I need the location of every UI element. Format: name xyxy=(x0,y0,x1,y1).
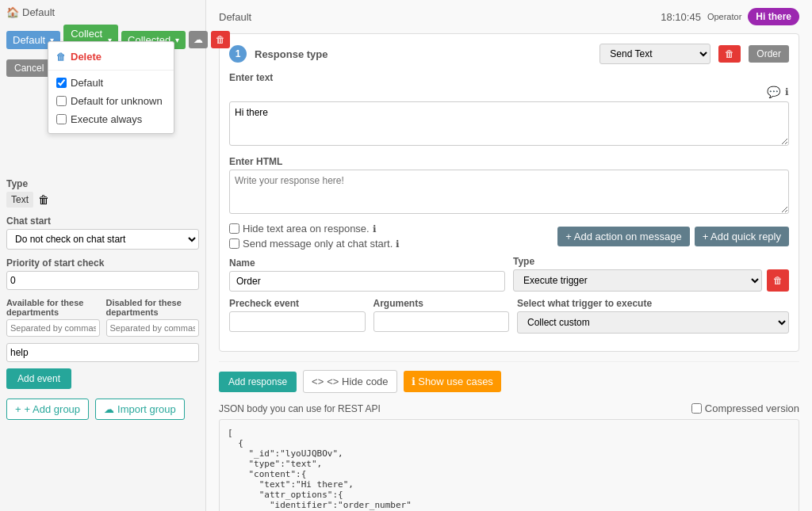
bottom-action-row: Add response <> <> Hide code ℹ Show use … xyxy=(219,370,799,393)
disabled-dept-label: Disabled for these departments xyxy=(106,298,200,317)
send-message-checkbox[interactable] xyxy=(229,238,239,249)
add-group-icon: + xyxy=(15,403,21,415)
hide-info-icon: ℹ xyxy=(373,223,377,235)
timestamp: 18:10:45 xyxy=(661,11,701,23)
hide-code-button[interactable]: <> <> Hide code xyxy=(303,370,397,393)
enter-text-area[interactable] xyxy=(229,101,789,146)
left-panel: 🏠 Default Default ▾ Collect custom ▾ Col… xyxy=(0,0,206,511)
dropdown-divider xyxy=(48,70,174,71)
send-info-icon: ℹ xyxy=(396,238,400,250)
priority-input[interactable] xyxy=(6,271,199,290)
enter-html-area[interactable] xyxy=(229,170,789,214)
add-quick-reply-button[interactable]: + Add quick reply xyxy=(695,227,789,246)
add-response-button[interactable]: Add response xyxy=(219,372,297,392)
chat-icon: 💬 xyxy=(767,86,780,98)
cancel-button[interactable]: Cancel xyxy=(6,59,52,77)
type-value: Text xyxy=(6,192,33,208)
add-group-button[interactable]: + + Add group xyxy=(6,399,89,420)
tag-input[interactable] xyxy=(6,343,199,362)
code-icon: <> xyxy=(312,376,324,387)
page-header: Default 18:10:45 Operator Hi there xyxy=(219,8,799,25)
enter-text-label: Enter text xyxy=(229,72,789,83)
precheck-input[interactable] xyxy=(229,311,366,332)
trigger-col: Select what trigger to execute Collect c… xyxy=(517,298,789,334)
dropdown-delete-item[interactable]: 🗑 Delete xyxy=(48,47,174,67)
priority-section: Priority of start check xyxy=(6,257,199,290)
chevron-down-icon: ▾ xyxy=(175,36,179,44)
response-card: 1 Response type Send Text 🗑 Order Enter … xyxy=(219,33,799,352)
priority-label: Priority of start check xyxy=(6,257,199,269)
json-content: [ { "_id":"lyoUJQBOv", "type":"text", "c… xyxy=(219,419,799,511)
breadcrumb-text: Default xyxy=(22,6,55,18)
disabled-dept-input[interactable] xyxy=(106,319,200,337)
arguments-input[interactable] xyxy=(373,311,510,332)
cloud-icon: ☁ xyxy=(104,403,114,415)
response-type-label: Response type xyxy=(255,48,592,60)
type-col: Type Execute trigger 🗑 xyxy=(513,256,789,292)
trigger-label: Select what trigger to execute xyxy=(517,298,789,309)
type-label: Type xyxy=(6,178,199,189)
type-delete-button[interactable]: 🗑 xyxy=(767,269,789,292)
add-action-button[interactable]: + Add action on message xyxy=(557,227,689,246)
response-type-select[interactable]: Send Text xyxy=(599,44,710,64)
show-use-button[interactable]: ℹ Show use cases xyxy=(404,371,501,392)
name-col: Name xyxy=(229,257,505,292)
upload-button[interactable]: ☁ xyxy=(189,31,208,48)
send-message-checkbox-label[interactable]: Send message only at chat start. ℹ xyxy=(229,238,400,250)
step-badge: 1 xyxy=(229,45,247,63)
trigger-select[interactable]: Collect custom xyxy=(517,311,789,334)
precheck-col: Precheck event xyxy=(229,298,366,334)
import-group-button[interactable]: ☁ Import group xyxy=(95,399,185,420)
action-row: Hide text area on response. ℹ Send messa… xyxy=(229,223,789,250)
operator-label: Operator xyxy=(707,12,741,21)
order-button[interactable]: Order xyxy=(749,45,789,63)
add-event-button[interactable]: Add event xyxy=(6,368,71,389)
response-delete-button[interactable]: 🗑 xyxy=(718,45,741,63)
chat-start-label: Chat start xyxy=(6,215,199,227)
available-dept-col: Available for these departments xyxy=(6,298,100,337)
dropdown-checkbox-default[interactable]: Default xyxy=(48,74,174,92)
enter-html-label: Enter HTML xyxy=(229,156,789,167)
right-panel: Default 18:10:45 Operator Hi there 1 Res… xyxy=(206,0,812,511)
hide-text-checkbox[interactable] xyxy=(229,223,239,234)
name-type-row: Name Type Execute trigger 🗑 xyxy=(229,256,789,292)
department-row: Available for these departments Disabled… xyxy=(6,298,199,337)
dropdown-checkbox-execute[interactable]: Execute always xyxy=(48,110,174,128)
breadcrumb: 🏠 Default xyxy=(6,6,199,18)
type-section: Type Text 🗑 xyxy=(6,178,199,208)
disabled-dept-col: Disabled for these departments xyxy=(106,298,200,337)
type-col-label: Type xyxy=(513,256,762,267)
precheck-row: Precheck event Arguments Select what tri… xyxy=(229,298,789,334)
time-user-area: 18:10:45 Operator Hi there xyxy=(661,8,799,25)
dropdown-menu: 🗑 Delete Default Default for unknown Exe… xyxy=(48,41,174,134)
page-title: Default xyxy=(219,11,251,23)
name-label: Name xyxy=(229,257,505,269)
home-icon: 🏠 xyxy=(6,6,19,18)
dropdown-checkbox-unknown[interactable]: Default for unknown xyxy=(48,92,174,110)
arguments-col: Arguments xyxy=(373,298,510,334)
type-col-select[interactable]: Execute trigger xyxy=(513,269,762,292)
user-badge: Hi there xyxy=(748,8,799,25)
type-delete-icon[interactable]: 🗑 xyxy=(38,193,49,206)
response-header: 1 Response type Send Text 🗑 Order xyxy=(229,44,789,64)
chat-start-section: Chat start Do not check on chat start xyxy=(6,215,199,250)
arguments-label: Arguments xyxy=(373,298,510,309)
available-dept-input[interactable] xyxy=(6,319,100,337)
chat-start-select[interactable]: Do not check on chat start xyxy=(6,229,199,250)
json-header: JSON body you can use for REST API Compr… xyxy=(219,402,799,414)
hide-text-checkbox-label[interactable]: Hide text area on response. ℹ xyxy=(229,223,400,235)
info-icon: ℹ xyxy=(785,86,789,97)
name-input[interactable] xyxy=(229,271,505,292)
delete-tab-button[interactable]: 🗑 xyxy=(211,31,230,48)
divider xyxy=(219,361,799,362)
delete-label: Delete xyxy=(71,51,102,63)
icon-row: 💬 ℹ xyxy=(229,86,789,98)
group-row: + + Add group ☁ Import group xyxy=(6,399,199,420)
json-title: JSON body you can use for REST API xyxy=(219,403,381,414)
available-dept-label: Available for these departments xyxy=(6,298,100,317)
compressed-checkbox[interactable] xyxy=(691,403,702,414)
compressed-label[interactable]: Compressed version xyxy=(691,402,799,414)
json-section: JSON body you can use for REST API Compr… xyxy=(219,402,799,511)
precheck-label: Precheck event xyxy=(229,298,366,309)
trash-icon: 🗑 xyxy=(56,51,66,63)
